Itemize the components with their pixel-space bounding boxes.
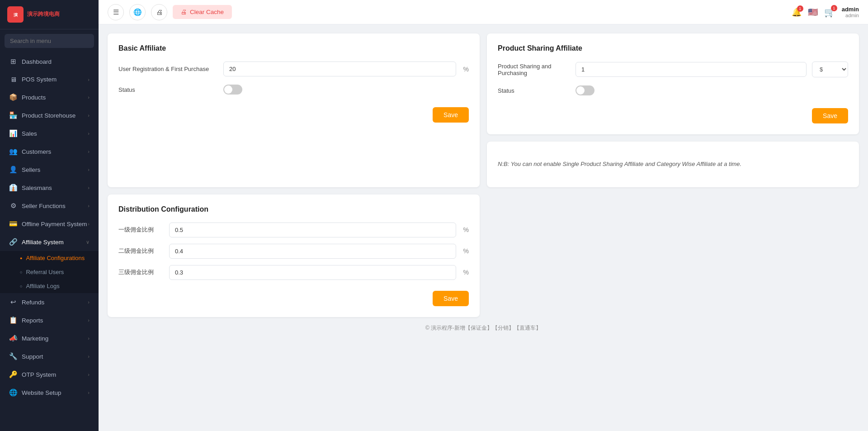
affiliate-system-icon: 🔗 [9,238,17,246]
chevron-icon: › [88,390,90,395]
sidebar-item-refunds[interactable]: ↩ Refunds › [2,294,97,311]
otp-icon: 🔑 [9,370,17,379]
chevron-down-icon: ∨ [86,239,90,245]
user-reg-input[interactable] [223,62,456,76]
admin-info: admin admin [842,6,859,18]
sidebar-item-seller-functions[interactable]: ⚙ Seller Functions › [2,197,97,214]
dist-save-row: Save [118,286,469,306]
product-sharing-card: Product Sharing Affiliate Product Sharin… [487,33,859,134]
marketing-icon: 📣 [9,334,17,342]
search-input[interactable] [5,34,94,48]
sidebar-item-offline-payment[interactable]: 💳 Offline Payment System › [2,215,97,232]
products-icon: 📦 [9,93,17,101]
chevron-icon: › [88,131,90,136]
level1-input[interactable] [169,223,456,237]
status-toggle[interactable] [223,85,242,95]
sidebar-item-sellers[interactable]: 👤 Sellers › [2,161,97,178]
sidebar-item-affiliate-configurations[interactable]: Affiliate Configurations [0,251,99,265]
sidebar-item-label: Marketing [22,335,48,342]
sidebar-item-website-setup[interactable]: 🌐 Website Setup › [2,384,97,401]
sales-icon: 📊 [9,129,17,137]
sidebar-item-reports[interactable]: 📋 Reports › [2,312,97,329]
chevron-icon: › [88,95,90,100]
ps-save-row: Save [498,104,848,123]
sidebar-item-affiliate-system[interactable]: 🔗 Affiliate System ∨ [2,233,97,251]
ps-status-row: Status [498,85,848,95]
sidebar-item-sales[interactable]: 📊 Sales › [2,125,97,142]
sellers-icon: 👤 [9,166,17,174]
content-grid: Basic Affiliate User Registration & Firs… [108,33,859,317]
chevron-icon: › [88,317,90,323]
sidebar-item-label: Salesmans [22,185,52,191]
sidebar-item-salesmans[interactable]: 👔 Salesmans › [2,179,97,196]
product-sharing-title: Product Sharing Affiliate [498,44,848,52]
website-setup-icon: 🌐 [9,388,17,397]
sidebar-item-affiliate-logs[interactable]: Affiliate Logs [0,279,99,293]
cart-icon[interactable]: 🛒 1 [824,7,835,18]
save-row: Save [118,103,469,123]
basic-affiliate-save-button[interactable]: Save [433,107,469,123]
language-flag[interactable]: 🇺🇸 [808,7,818,17]
pos-icon: 🖥 [9,76,17,83]
sidebar-item-products[interactable]: 📦 Products › [2,89,97,106]
level3-label: 三级佣金比例 [118,268,164,276]
ps-input[interactable] [576,62,807,77]
print-button[interactable]: 🖨 [151,4,167,20]
admin-name: admin [842,6,859,13]
ps-save-button[interactable]: Save [812,108,848,123]
salesmans-icon: 👔 [9,184,17,192]
notification-badge: 1 [797,5,803,12]
level2-percent: % [463,247,469,255]
distribution-card: Distribution Configuration 一级佣金比例 % 二级佣金… [108,194,480,317]
level1-row: 一级佣金比例 % [118,223,469,237]
sidebar-item-customers[interactable]: 👥 Customers › [2,143,97,160]
ps-status-toggle[interactable] [576,85,594,95]
currency-select[interactable]: $ € £ [812,62,848,77]
support-icon: 🔧 [9,352,17,360]
sidebar-item-marketing[interactable]: 📣 Marketing › [2,330,97,347]
sidebar-item-otp[interactable]: 🔑 OTP System › [2,366,97,383]
chevron-icon: › [88,77,90,82]
clear-cache-button[interactable]: 🖨 Clear Cache [173,5,232,19]
sidebar-item-support[interactable]: 🔧 Support › [2,348,97,365]
chevron-icon: › [88,185,90,190]
basic-affiliate-card: Basic Affiliate User Registration & Firs… [108,33,480,187]
reports-icon: 📋 [9,316,17,324]
chevron-icon: › [88,167,90,172]
topbar: ☰ 🌐 🖨 🖨 Clear Cache 🔔 1 🇺🇸 🛒 1 admin adm… [99,0,868,24]
footer: © 演示程序-新增【保证金】【分销】【直通车】 [108,317,859,336]
level3-row: 三级佣金比例 % [118,265,469,280]
sidebar-item-pos[interactable]: 🖥 POS System › [2,71,97,88]
chevron-icon: › [88,113,90,118]
right-col: Product Sharing Affiliate Product Sharin… [487,33,859,187]
sidebar-item-label: Sellers [22,166,40,173]
sidebar-item-product-storehouse[interactable]: 🏪 Product Storehouse › [2,107,97,124]
content-area: Basic Affiliate User Registration & Firs… [99,24,868,431]
sidebar-item-label: Products [22,94,46,101]
chevron-icon: › [88,336,90,341]
level2-input[interactable] [169,244,456,259]
sidebar-item-label: Dashboard [22,58,52,65]
level3-input[interactable] [169,265,456,280]
globe-button[interactable]: 🌐 [129,4,146,20]
dashboard-icon: ⊞ [9,57,17,66]
chevron-icon: › [88,221,90,227]
sidebar-item-label: POS System [22,76,57,83]
chevron-icon: › [88,372,90,377]
main-area: ☰ 🌐 🖨 🖨 Clear Cache 🔔 1 🇺🇸 🛒 1 admin adm… [99,0,868,431]
distribution-save-button[interactable]: Save [433,291,469,306]
sidebar-item-label: Sales [22,130,37,137]
offline-payment-icon: 💳 [9,220,17,228]
status-label: Status [118,86,218,93]
level2-label: 二级佣金比例 [118,247,164,255]
sidebar-logo: 演 演示跨境电商 [0,0,99,29]
sidebar-item-dashboard[interactable]: ⊞ Dashboard [2,53,97,70]
menu-toggle-button[interactable]: ☰ [108,4,124,20]
sidebar-item-referral-users[interactable]: Referral Users [0,265,99,279]
user-reg-row: User Registration & First Purchase % [118,62,469,76]
sidebar-item-label: Product Storehouse [22,112,75,119]
topbar-right: 🔔 1 🇺🇸 🛒 1 admin admin [792,6,859,18]
sidebar-item-label: Website Setup [22,389,61,396]
notification-bell[interactable]: 🔔 1 [792,7,802,17]
note-card: N:B: You can not enable Single Product S… [487,142,859,187]
